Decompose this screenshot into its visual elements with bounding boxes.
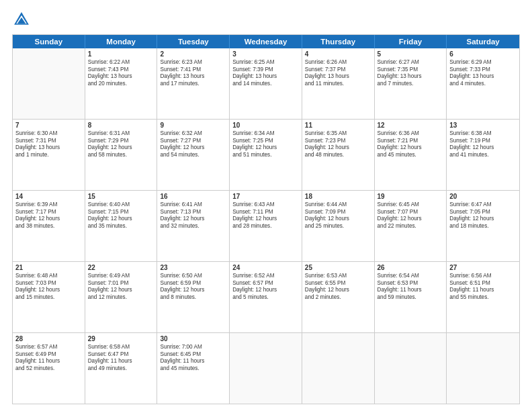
day-number: 18 [305, 193, 371, 200]
cell-line: Sunrise: 6:53 AM [305, 273, 371, 280]
cal-cell-2-2: 16Sunrise: 6:41 AMSunset: 7:13 PMDayligh… [157, 191, 230, 261]
cell-line: Daylight: 12 hours [88, 216, 154, 223]
logo [12, 10, 34, 29]
day-number: 5 [378, 50, 444, 58]
header-day-wednesday: Wednesday [230, 35, 302, 48]
cal-cell-0-0 [13, 48, 85, 119]
day-number: 27 [449, 264, 517, 271]
header [12, 10, 520, 29]
cell-line: Sunset: 6:59 PM [160, 280, 226, 287]
cell-line: Daylight: 11 hours [378, 287, 444, 294]
cell-line: Sunset: 7:11 PM [232, 209, 299, 216]
cell-line: Sunrise: 6:34 AM [232, 130, 299, 138]
page: SundayMondayTuesdayWednesdayThursdayFrid… [0, 0, 532, 411]
cal-cell-4-5 [375, 333, 447, 404]
cell-line: Sunrise: 6:56 AM [449, 273, 517, 280]
day-number: 26 [378, 264, 444, 271]
cell-line: and 2 minutes. [305, 294, 371, 302]
cell-line: Sunset: 6:53 PM [378, 280, 444, 287]
cell-line: Sunset: 7:09 PM [305, 209, 371, 216]
cell-line: Sunset: 7:27 PM [160, 138, 226, 145]
cell-line: Sunset: 6:49 PM [15, 351, 82, 359]
day-number: 3 [232, 50, 299, 58]
cell-line: Daylight: 12 hours [88, 287, 154, 294]
cell-line: and 7 minutes. [378, 81, 444, 88]
day-number: 7 [15, 122, 82, 129]
cell-line: Sunset: 7:41 PM [160, 66, 226, 74]
cell-line: Sunset: 6:55 PM [305, 280, 371, 287]
cell-line: Sunrise: 6:57 AM [15, 344, 82, 351]
cell-line: Sunset: 7:43 PM [88, 66, 154, 74]
cell-line: and 11 minutes. [305, 81, 371, 88]
cal-cell-2-4: 18Sunrise: 6:44 AMSunset: 7:09 PMDayligh… [302, 191, 375, 261]
day-number: 6 [449, 50, 517, 58]
logo-icon [12, 10, 31, 29]
cell-line: and 41 minutes. [449, 152, 517, 159]
cell-line: Sunrise: 6:52 AM [232, 273, 299, 280]
cal-cell-0-3: 3Sunrise: 6:25 AMSunset: 7:39 PMDaylight… [230, 48, 302, 119]
week-row-3: 21Sunrise: 6:48 AMSunset: 7:03 PMDayligh… [13, 262, 519, 333]
cell-line: Sunset: 6:47 PM [88, 351, 154, 359]
cell-line: and 28 minutes. [232, 223, 299, 230]
day-number: 1 [88, 50, 154, 58]
calendar-body: 1Sunrise: 6:22 AMSunset: 7:43 PMDaylight… [13, 48, 519, 404]
cell-line: and 25 minutes. [305, 223, 371, 230]
day-number: 9 [160, 122, 226, 129]
cell-line: Sunset: 7:29 PM [88, 138, 154, 145]
cal-cell-1-1: 8Sunrise: 6:31 AMSunset: 7:29 PMDaylight… [85, 120, 158, 190]
cell-line: Sunrise: 6:39 AM [15, 201, 82, 209]
cell-line: Daylight: 13 hours [88, 73, 154, 81]
day-number: 30 [160, 335, 226, 342]
cell-line: Daylight: 13 hours [160, 73, 226, 81]
cell-line: and 15 minutes. [15, 294, 82, 302]
cell-line: and 12 minutes. [88, 294, 154, 302]
day-number: 23 [160, 264, 226, 271]
cal-cell-3-1: 22Sunrise: 6:49 AMSunset: 7:01 PMDayligh… [85, 262, 158, 332]
cell-line: Sunset: 7:31 PM [15, 138, 82, 145]
cell-line: Sunset: 7:13 PM [160, 209, 226, 216]
header-day-tuesday: Tuesday [157, 35, 230, 48]
cell-line: Sunset: 7:19 PM [449, 138, 517, 145]
cell-line: Daylight: 13 hours [449, 73, 517, 81]
week-row-1: 7Sunrise: 6:30 AMSunset: 7:31 PMDaylight… [13, 120, 519, 191]
cell-line: Sunset: 7:23 PM [305, 138, 371, 145]
cell-line: Sunrise: 6:27 AM [378, 59, 444, 66]
cell-line: Sunset: 6:57 PM [232, 280, 299, 287]
cal-cell-2-3: 17Sunrise: 6:43 AMSunset: 7:11 PMDayligh… [230, 191, 302, 261]
cal-cell-0-6: 6Sunrise: 6:29 AMSunset: 7:33 PMDaylight… [447, 48, 519, 119]
cell-line: Sunset: 7:37 PM [305, 66, 371, 74]
cal-cell-3-5: 26Sunrise: 6:54 AMSunset: 6:53 PMDayligh… [375, 262, 447, 332]
cell-line: Sunset: 7:33 PM [449, 66, 517, 74]
cal-cell-1-2: 9Sunrise: 6:32 AMSunset: 7:27 PMDaylight… [157, 120, 230, 190]
cell-line: Daylight: 13 hours [305, 73, 371, 81]
cell-line: Daylight: 11 hours [15, 358, 82, 365]
cell-line: Sunrise: 6:32 AM [160, 130, 226, 138]
cal-cell-4-6 [447, 333, 519, 404]
cell-line: Sunset: 7:15 PM [88, 209, 154, 216]
cal-cell-4-0: 28Sunrise: 6:57 AMSunset: 6:49 PMDayligh… [13, 333, 85, 404]
cal-cell-2-5: 19Sunrise: 6:45 AMSunset: 7:07 PMDayligh… [375, 191, 447, 261]
header-day-saturday: Saturday [447, 35, 519, 48]
cell-line: and 59 minutes. [378, 294, 444, 302]
cell-line: Daylight: 12 hours [449, 216, 517, 223]
week-row-0: 1Sunrise: 6:22 AMSunset: 7:43 PMDaylight… [13, 48, 519, 120]
cell-line: Sunrise: 6:54 AM [378, 273, 444, 280]
cell-line: Sunset: 7:03 PM [15, 280, 82, 287]
cell-line: Sunrise: 6:36 AM [378, 130, 444, 138]
cell-line: Sunrise: 6:45 AM [378, 201, 444, 209]
cell-line: and 45 minutes. [160, 365, 226, 373]
day-number: 12 [378, 122, 444, 129]
cell-line: Sunset: 7:39 PM [232, 66, 299, 74]
cell-line: Sunrise: 6:29 AM [449, 59, 517, 66]
header-day-sunday: Sunday [13, 35, 85, 48]
cell-line: Daylight: 12 hours [160, 216, 226, 223]
cell-line: and 54 minutes. [160, 152, 226, 159]
cell-line: Sunrise: 6:43 AM [232, 201, 299, 209]
day-number: 13 [449, 122, 517, 129]
cell-line: and 52 minutes. [15, 365, 82, 373]
cell-line: Sunset: 7:01 PM [88, 280, 154, 287]
cell-line: Sunset: 7:17 PM [15, 209, 82, 216]
cal-cell-1-6: 13Sunrise: 6:38 AMSunset: 7:19 PMDayligh… [447, 120, 519, 190]
day-number: 11 [305, 122, 371, 129]
cell-line: and 48 minutes. [305, 152, 371, 159]
